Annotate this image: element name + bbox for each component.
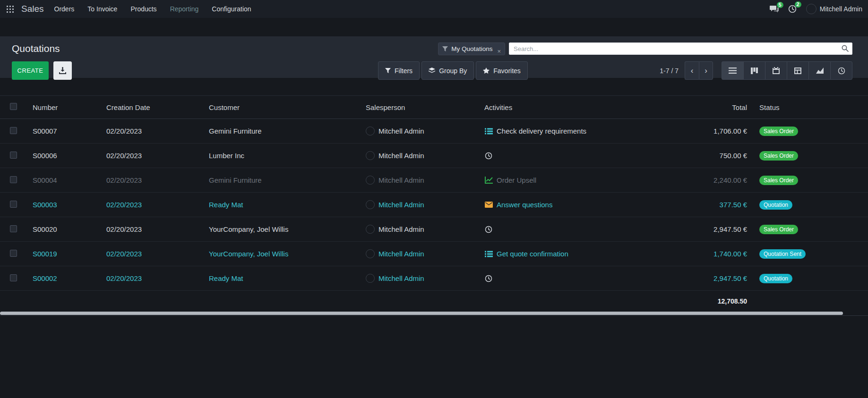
list-view-button[interactable] — [722, 61, 744, 80]
row-activity[interactable]: Order Upsell — [484, 176, 683, 184]
row-checkbox[interactable] — [10, 127, 17, 134]
filters-button[interactable]: Filters — [378, 61, 420, 80]
graph-view-button[interactable] — [808, 61, 831, 80]
activity-clock-icon[interactable] — [484, 226, 493, 233]
menu-to-invoice[interactable]: To Invoice — [87, 5, 117, 13]
filters-funnel-icon — [385, 68, 391, 73]
row-checkbox[interactable] — [10, 225, 17, 232]
messages-button[interactable]: 5 — [770, 5, 779, 13]
salesperson-avatar — [366, 225, 375, 234]
favorites-button[interactable]: Favorites — [476, 61, 528, 80]
pivot-view-button[interactable] — [787, 61, 809, 80]
calendar-view-button[interactable] — [765, 61, 787, 80]
table-row[interactable]: S00004 02/20/2023 Gemini Furniture Mitch… — [0, 168, 868, 193]
menu-products[interactable]: Products — [130, 5, 156, 13]
row-creation-date: 02/20/2023 — [106, 152, 209, 160]
table-row[interactable]: S00020 02/20/2023 YourCompany, Joel Will… — [0, 217, 868, 242]
column-header-status[interactable]: Status — [754, 103, 868, 111]
menu-configuration[interactable]: Configuration — [212, 5, 251, 13]
activity-clock-icon[interactable] — [484, 275, 493, 282]
row-activity[interactable] — [484, 152, 683, 160]
column-header-salesperson[interactable]: Salesperson — [366, 103, 484, 111]
kanban-view-button[interactable] — [743, 61, 765, 80]
create-button[interactable]: CREATE — [12, 61, 49, 80]
column-header-creation-date[interactable]: Creation Date — [106, 103, 209, 111]
column-header-customer[interactable]: Customer — [209, 103, 366, 111]
table-row[interactable]: S00002 02/20/2023 Ready Mat Mitchell Adm… — [0, 266, 868, 291]
salesperson-avatar — [366, 274, 375, 283]
top-navbar: Sales Orders To Invoice Products Reporti… — [0, 0, 868, 18]
activity-clock-icon[interactable] — [484, 152, 493, 160]
activity-label: Get quote confirmation — [497, 250, 568, 258]
row-total: 750.00 € — [683, 152, 754, 160]
pivot-icon — [794, 68, 801, 74]
pager-next-button[interactable]: › — [699, 61, 713, 80]
column-header-activities[interactable]: Activities — [484, 103, 683, 111]
group-by-button[interactable]: Group By — [421, 61, 474, 80]
activities-count-badge: 2 — [795, 1, 801, 8]
table-row[interactable]: S00007 02/20/2023 Gemini Furniture Mitch… — [0, 119, 868, 144]
row-checkbox[interactable] — [10, 176, 17, 183]
row-salesperson: Mitchell Admin — [378, 201, 424, 209]
row-number[interactable]: S00002 — [33, 274, 106, 282]
activity-list-icon[interactable] — [484, 251, 493, 257]
row-activity[interactable]: Get quote confirmation — [484, 250, 683, 258]
activity-envelope-icon[interactable] — [484, 202, 493, 208]
status-badge: Sales Order — [759, 176, 798, 185]
search-facet[interactable]: My Quotations × — [438, 42, 505, 55]
column-header-total[interactable]: Total — [683, 103, 754, 111]
row-number[interactable]: S00019 — [33, 250, 106, 258]
row-salesperson: Mitchell Admin — [378, 274, 424, 282]
row-checkbox[interactable] — [10, 274, 17, 281]
row-activity[interactable] — [484, 226, 683, 233]
export-button[interactable] — [53, 61, 72, 80]
row-number[interactable]: S00004 — [33, 176, 106, 184]
row-creation-date: 02/20/2023 — [106, 274, 209, 282]
row-number[interactable]: S00020 — [33, 225, 106, 233]
status-badge: Sales Order — [759, 151, 798, 161]
column-header-number[interactable]: Number — [33, 103, 106, 111]
row-checkbox[interactable] — [10, 201, 17, 208]
row-creation-date: 02/20/2023 — [106, 176, 209, 184]
activity-list-icon[interactable] — [484, 128, 493, 135]
row-total: 2,947.50 € — [683, 225, 754, 233]
activity-label: Check delivery requirements — [497, 127, 586, 135]
status-badge: Quotation — [759, 274, 792, 283]
facet-remove-button[interactable]: × — [497, 48, 501, 55]
row-creation-date: 02/20/2023 — [106, 250, 209, 258]
app-brand[interactable]: Sales — [21, 4, 44, 14]
view-switcher — [722, 61, 852, 80]
activity-clock-icon — [838, 67, 845, 75]
select-all-checkbox[interactable] — [10, 103, 17, 110]
apps-grid-icon[interactable] — [4, 4, 17, 15]
status-badge: Quotation — [759, 200, 792, 210]
row-checkbox[interactable] — [10, 152, 17, 159]
status-badge: Quotation Sent — [759, 249, 806, 259]
table-row[interactable]: S00019 02/20/2023 YourCompany, Joel Will… — [0, 242, 868, 266]
row-salesperson: Mitchell Admin — [378, 250, 424, 258]
activity-view-button[interactable] — [830, 61, 852, 80]
pager-previous-button[interactable]: ‹ — [685, 61, 699, 80]
row-number[interactable]: S00006 — [33, 152, 106, 160]
layers-icon — [429, 68, 435, 74]
row-checkbox[interactable] — [10, 250, 17, 257]
menu-reporting[interactable]: Reporting — [170, 5, 199, 13]
table-row[interactable]: S00006 02/20/2023 Lumber Inc Mitchell Ad… — [0, 144, 868, 168]
filters-label: Filters — [395, 67, 413, 75]
activities-button[interactable]: 2 — [788, 5, 797, 13]
horizontal-scrollbar-thumb[interactable] — [0, 312, 843, 315]
row-number[interactable]: S00003 — [33, 201, 106, 209]
table-row[interactable]: S00003 02/20/2023 Ready Mat Mitchell Adm… — [0, 193, 868, 217]
menu-orders[interactable]: Orders — [54, 5, 75, 13]
row-activity[interactable]: Answer questions — [484, 201, 683, 209]
row-activity[interactable] — [484, 275, 683, 282]
horizontal-scrollbar[interactable] — [0, 312, 868, 316]
user-menu[interactable]: Mitchell Admin — [806, 4, 862, 14]
table-header: Number Creation Date Customer Salesperso… — [0, 95, 868, 119]
activity-chart-icon[interactable] — [484, 177, 493, 184]
row-number[interactable]: S00007 — [33, 127, 106, 135]
search-input[interactable] — [509, 42, 852, 55]
facet-label: My Quotations — [451, 45, 492, 52]
search-icon[interactable] — [842, 45, 849, 52]
row-activity[interactable]: Check delivery requirements — [484, 127, 683, 135]
